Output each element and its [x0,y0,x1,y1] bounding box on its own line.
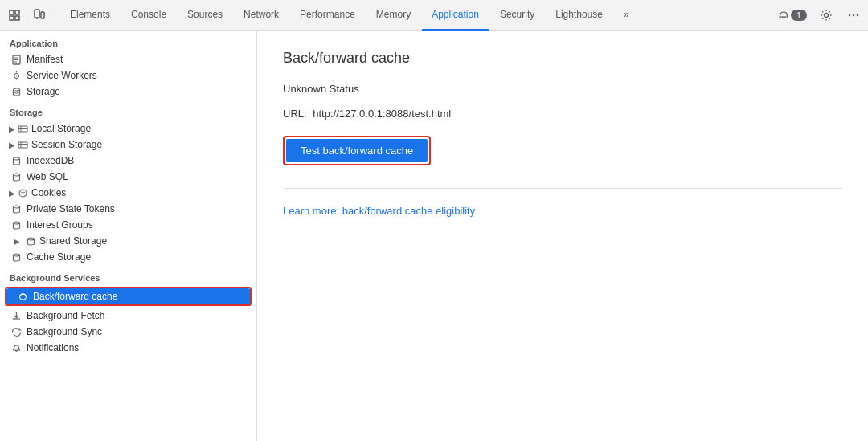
cache-storage-label: Cache Storage [27,251,91,263]
cookies-arrow: ▶ [6,189,18,198]
indexeddb-label: IndexedDB [27,155,74,166]
test-button-wrap: Test back/forward cache [283,136,431,165]
tab-console[interactable]: Console [121,0,176,31]
sidebar-item-storage-item[interactable]: Storage [0,84,256,100]
bg-sync-label: Background Sync [27,326,102,337]
cookies-icon [18,188,28,198]
sidebar-item-back-forward[interactable]: Back/forward cache [6,288,250,304]
interest-groups-label: Interest Groups [27,219,93,231]
tab-performance[interactable]: Performance [290,0,365,31]
svg-point-32 [28,238,35,240]
tab-network[interactable]: Network [234,0,289,31]
tab-sources[interactable]: Sources [178,0,232,31]
content-divider [283,188,842,189]
tab-memory[interactable]: Memory [366,0,420,31]
back-forward-wrap: Back/forward cache [5,287,252,306]
more-icon[interactable] [842,4,865,27]
sidebar-item-cookies[interactable]: ▶ Cookies [0,185,256,201]
sidebar-item-cache-storage[interactable]: Cache Storage [0,249,256,265]
svg-point-30 [14,206,20,208]
bg-fetch-label: Background Fetch [27,310,104,321]
tab-more[interactable]: » [614,0,639,31]
status-text: Unknown Status [283,83,842,95]
url-label: URL: [283,108,307,120]
session-storage-arrow: ▶ [6,141,18,149]
inspect-icon[interactable] [3,4,26,27]
sidebar-item-bg-fetch[interactable]: Background Fetch [0,308,256,324]
svg-point-26 [19,190,27,197]
notification-count: 1 [791,10,807,21]
session-storage-icon [18,140,28,150]
tab-application[interactable]: Application [422,0,489,31]
svg-point-24 [14,157,20,160]
svg-rect-18 [18,126,27,132]
local-storage-arrow: ▶ [6,125,18,133]
svg-rect-21 [18,142,27,148]
svg-point-7 [825,13,829,17]
notifications-label: Notifications [27,342,79,353]
toolbar: Elements Console Sources Network Perform… [0,0,868,31]
back-forward-label: Back/forward cache [33,291,117,302]
sidebar-item-notifications[interactable]: Notifications [0,340,256,356]
bg-services-section-label: Background Services [0,265,256,286]
main-layout: Application Manifest Service W [0,31,868,441]
manifest-label: Manifest [27,54,63,65]
shared-storage-arrow: ▶ [11,237,23,246]
web-sql-label: Web SQL [27,171,68,182]
svg-rect-5 [41,12,44,18]
tab-elements[interactable]: Elements [60,0,120,31]
web-sql-icon [11,172,22,182]
sidebar-item-web-sql[interactable]: Web SQL [0,169,256,185]
storage-label: Storage [27,86,60,97]
svg-point-16 [16,75,18,76]
session-storage-label: Session Storage [31,139,102,150]
content-area: Back/forward cache Unknown Status URL: h… [257,31,868,441]
sidebar-item-private-state[interactable]: Private State Tokens [0,201,256,217]
sidebar-item-session-storage[interactable]: ▶ Session Storage [0,137,256,153]
svg-point-10 [857,14,858,15]
svg-rect-1 [10,16,14,20]
device-icon[interactable] [27,4,50,27]
svg-rect-4 [35,10,39,18]
svg-point-8 [849,14,850,15]
tab-security[interactable]: Security [490,0,544,31]
settings-icon[interactable] [815,4,837,27]
private-state-icon [11,204,22,214]
cache-storage-icon [11,252,22,263]
sidebar-item-interest-groups[interactable]: Interest Groups [0,217,256,233]
svg-point-29 [23,194,24,195]
private-state-label: Private State Tokens [27,203,115,214]
bg-fetch-icon [11,311,22,321]
service-workers-label: Service Workers [27,70,97,81]
svg-point-33 [14,254,20,256]
sidebar-item-shared-storage[interactable]: ▶ Shared Storage [0,233,256,249]
sidebar-item-local-storage[interactable]: ▶ Local Storage [0,120,256,137]
sidebar-item-manifest[interactable]: Manifest [0,51,256,67]
indexeddb-icon [11,156,22,166]
back-forward-icon [18,292,28,302]
storage-icon [11,87,22,97]
service-workers-icon [11,71,22,81]
svg-rect-3 [15,16,19,20]
separator [55,7,55,23]
notifications-icon [11,343,22,353]
bg-sync-icon [11,327,22,337]
svg-rect-0 [10,10,14,14]
storage-section-label: Storage [0,100,256,120]
tab-lighthouse[interactable]: Lighthouse [546,0,612,31]
test-cache-button[interactable]: Test back/forward cache [286,139,428,162]
sidebar-item-bg-sync[interactable]: Background Sync [0,324,256,340]
sidebar-item-service-workers[interactable]: Service Workers [0,67,256,84]
shared-storage-icon [26,236,36,247]
cookies-label: Cookies [31,187,66,198]
learn-more-link[interactable]: Learn more: back/forward cache eligibili… [283,205,475,217]
shared-storage-label: Shared Storage [39,235,107,247]
svg-point-27 [21,191,23,193]
url-value: http://127.0.0.1:8088/test.html [313,108,451,120]
toolbar-right: 1 [775,4,865,27]
url-row: URL: http://127.0.0.1:8088/test.html [283,108,842,120]
sidebar-item-indexeddb[interactable]: IndexedDB [0,153,256,169]
local-storage-label: Local Storage [31,123,91,134]
application-section-label: Application [0,31,256,51]
notifications-badge[interactable]: 1 [775,4,810,27]
